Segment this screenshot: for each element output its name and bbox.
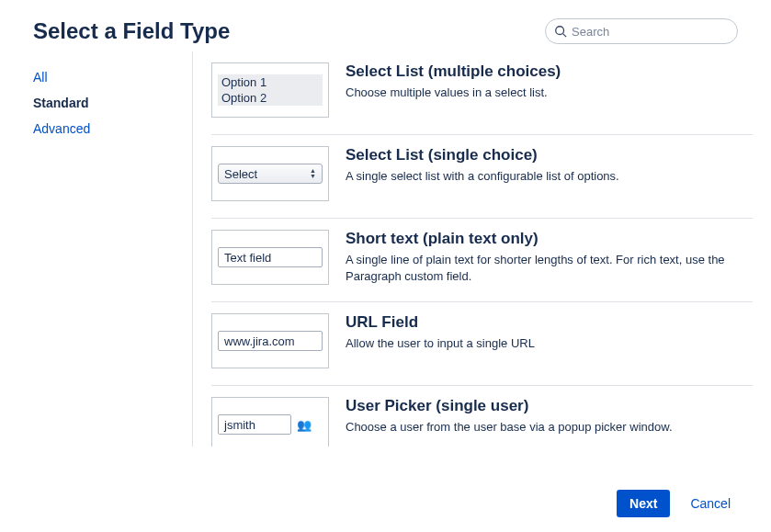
- field-type-preview: jsmith👥: [211, 397, 329, 447]
- field-type-title: Select List (multiple choices): [346, 62, 753, 81]
- preview-option: Option 2: [218, 90, 323, 106]
- field-type-title: URL Field: [346, 313, 753, 332]
- people-icon: 👥: [297, 418, 312, 432]
- field-type-list: Option 1Option 2Select List (multiple ch…: [193, 51, 771, 447]
- dialog-footer: Next Cancel: [0, 473, 771, 532]
- field-type-title: Select List (single choice): [346, 146, 753, 164]
- search-icon: [554, 25, 567, 38]
- svg-point-0: [556, 27, 564, 35]
- field-type-description: Choose a user from the user base via a p…: [346, 419, 753, 436]
- field-type-row-url[interactable]: www.jira.comURL FieldAllow the user to i…: [211, 302, 753, 386]
- chevron-updown-icon: ▲▼: [310, 168, 316, 179]
- field-type-list-scroll[interactable]: Option 1Option 2Select List (multiple ch…: [193, 51, 771, 447]
- sidebar-item-all[interactable]: All: [20, 64, 192, 90]
- svg-line-1: [563, 34, 567, 38]
- field-type-row-short-text[interactable]: Text fieldShort text (plain text only)A …: [211, 219, 753, 302]
- field-type-description: A single line of plain text for shorter …: [346, 252, 753, 285]
- search-field[interactable]: [545, 18, 738, 44]
- preview-option: Option 1: [218, 74, 323, 90]
- field-type-preview: www.jira.com: [211, 313, 329, 368]
- preview-text-value: Text field: [218, 247, 323, 267]
- preview-select-label: Select: [224, 167, 257, 181]
- field-type-description: Allow the user to input a single URL: [346, 335, 753, 352]
- field-type-row-select-multi[interactable]: Option 1Option 2Select List (multiple ch…: [211, 51, 753, 135]
- cancel-button[interactable]: Cancel: [686, 491, 734, 516]
- field-type-preview: Select▲▼: [211, 146, 329, 201]
- field-type-title: User Picker (single user): [346, 397, 753, 415]
- field-type-title: Short text (plain text only): [346, 230, 753, 248]
- field-type-row-select-single[interactable]: Select▲▼Select List (single choice)A sin…: [211, 135, 753, 219]
- field-type-description: A single select list with a configurable…: [346, 168, 753, 185]
- field-type-preview: Text field: [211, 230, 329, 285]
- sidebar-item-advanced[interactable]: Advanced: [20, 116, 192, 141]
- field-type-preview: Option 1Option 2: [211, 62, 329, 118]
- sidebar-item-standard[interactable]: Standard: [20, 90, 192, 116]
- page-title: Select a Field Type: [33, 18, 230, 44]
- sidebar: AllStandardAdvanced: [0, 51, 193, 447]
- field-type-row-user-picker[interactable]: jsmith👥User Picker (single user)Choose a…: [211, 386, 753, 447]
- search-input[interactable]: [545, 18, 738, 44]
- field-type-description: Choose multiple values in a select list.: [346, 85, 753, 101]
- next-button[interactable]: Next: [617, 490, 670, 517]
- preview-user-value: jsmith: [218, 414, 291, 435]
- preview-text-value: www.jira.com: [218, 331, 323, 351]
